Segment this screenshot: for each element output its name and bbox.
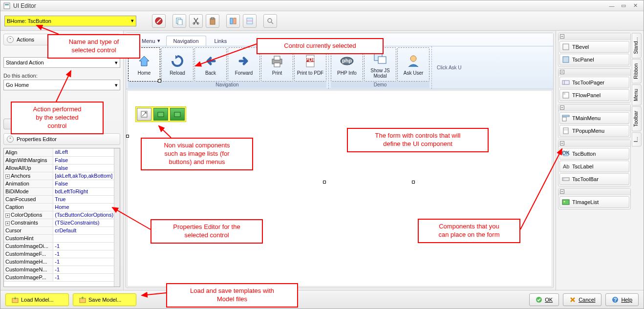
selected-control-combo[interactable]: BHome: TscButton ▾: [4, 16, 136, 26]
property-row[interactable]: CustomImageF...-1: [4, 250, 120, 258]
ribbon: Menu ▾ Navigation Links HomeReloadBackFo…: [126, 33, 553, 89]
tool-b-button[interactable]: [243, 14, 257, 28]
resize-handle[interactable]: [323, 181, 326, 184]
palette-item-tsctoolbar[interactable]: TscToolBar: [559, 173, 629, 185]
ribbon-item-print-to-pdf[interactable]: PDFPrint to PDF: [294, 47, 326, 82]
property-row[interactable]: AlignalLeft ▾: [4, 148, 120, 156]
form-canvas[interactable]: [127, 90, 552, 287]
palette-item-tscpanel[interactable]: TscPanel: [559, 54, 629, 65]
do-action-select[interactable]: Go Home ▾: [3, 80, 120, 90]
property-row[interactable]: CustomImageDi...-1: [4, 242, 120, 250]
save-model-button[interactable]: Save Model...: [73, 293, 136, 306]
palette-tab[interactable]: Stand...: [632, 33, 642, 58]
minus-icon: −: [560, 70, 564, 74]
property-row[interactable]: BiDiModebdLeftToRight: [4, 187, 120, 195]
palette-tab[interactable]: Toolbar: [632, 106, 642, 131]
tool-a-button[interactable]: [226, 14, 240, 28]
property-row[interactable]: CustomImageN...-1: [4, 266, 120, 273]
palette-group-toggle[interactable]: −: [558, 140, 630, 147]
palette-item-tsclabel[interactable]: AbTscLabel: [559, 161, 629, 172]
footer: Load Model... Save Model... OK Cancel ? …: [0, 290, 644, 309]
apply-changes-button[interactable]: Apply Changes: [3, 119, 57, 129]
palette-item-tmainmenu[interactable]: TMainMenu: [559, 112, 629, 124]
resize-handle[interactable]: [126, 135, 129, 138]
palette-group-toggle[interactable]: −: [558, 33, 630, 40]
load-model-button[interactable]: Load Model...: [5, 293, 69, 306]
ribbon-item-caption: PHP Info: [337, 70, 357, 76]
property-row[interactable]: +Anchors[akLeft,akTop,akBottom]: [4, 172, 120, 180]
svg-line-15: [271, 22, 273, 24]
ribbon-item-back[interactable]: Back: [194, 47, 227, 82]
ribbon-item-ask-user[interactable]: Ask User: [397, 47, 429, 82]
expand-icon[interactable]: +: [5, 213, 10, 218]
search-button[interactable]: [263, 14, 277, 28]
property-row[interactable]: AnimationFalse: [4, 180, 120, 187]
property-row[interactable]: CustomImageP...-1: [4, 273, 120, 281]
cancel-button[interactable]: Cancel: [563, 293, 601, 306]
nonvisual-component[interactable]: [153, 108, 168, 121]
expand-icon[interactable]: +: [5, 221, 10, 226]
paste-button[interactable]: [206, 14, 219, 28]
property-row[interactable]: AllowAllUpFalse: [4, 164, 120, 172]
ribbon-item-forward[interactable]: Forward: [228, 47, 260, 82]
ribbon-menu-button[interactable]: Menu ▾: [129, 36, 165, 46]
tab-navigation[interactable]: Navigation: [166, 36, 206, 46]
no-icon-button[interactable]: [152, 14, 166, 28]
svg-rect-18: [274, 56, 280, 60]
palette-tab[interactable]: I...: [632, 132, 642, 146]
action-type-select[interactable]: Standard Action ▾: [3, 57, 120, 68]
modal-icon: [372, 51, 388, 66]
palette-group: −TMainMenuTPopupMenu: [558, 104, 631, 138]
help-button[interactable]: ? Help: [605, 293, 639, 306]
save-label: Save Model...: [88, 297, 121, 303]
cut-button[interactable]: [189, 14, 203, 28]
ribbon-item-home[interactable]: Home: [128, 47, 160, 82]
property-row[interactable]: CustomHint: [4, 234, 120, 242]
property-row[interactable]: CustomImageH...-1: [4, 258, 120, 266]
resize-handle[interactable]: [412, 181, 415, 184]
copy-button[interactable]: [172, 14, 186, 28]
property-row[interactable]: CursorcrDefault: [4, 227, 120, 234]
minimize-button[interactable]: —: [606, 2, 617, 10]
load-label: Load Model...: [21, 297, 54, 303]
component-icon: [562, 91, 570, 99]
palette-item-tflowpanel[interactable]: TFlowPanel: [559, 89, 629, 101]
palette-item-timagelist[interactable]: TImageList: [559, 196, 629, 208]
svg-rect-0: [4, 3, 10, 9]
palette-group-toggle[interactable]: −: [558, 69, 630, 76]
app-icon: [3, 2, 10, 9]
resize-handle[interactable]: [412, 135, 415, 138]
ribbon-item-print[interactable]: Print: [261, 47, 293, 82]
close-button[interactable]: ✕: [630, 2, 641, 10]
expand-icon[interactable]: +: [5, 174, 10, 179]
chevron-down-icon: ▾: [157, 38, 160, 44]
palette-item-tpopupmenu[interactable]: TPopupMenu: [559, 125, 629, 137]
tab-links[interactable]: Links: [207, 36, 235, 46]
ribbon-item-reload[interactable]: Reload: [161, 47, 193, 82]
property-row[interactable]: AlignWithMarginsFalse: [4, 156, 120, 164]
property-row[interactable]: CaptionHome: [4, 203, 120, 211]
property-row[interactable]: +ColorOptions(TscButtonColorOptions): [4, 211, 120, 219]
nonvisual-component[interactable]: [137, 108, 151, 121]
check-icon: [536, 296, 542, 303]
svg-rect-46: [562, 200, 569, 205]
palette-tab[interactable]: Menu: [632, 84, 642, 105]
properties-header[interactable]: ˄ Properties Editor: [3, 133, 120, 145]
palette-group-toggle[interactable]: −: [558, 104, 630, 111]
maximize-button[interactable]: ▭: [618, 2, 629, 10]
palette-item-tbevel[interactable]: TBevel: [559, 41, 629, 53]
property-row[interactable]: +Constraints(TSizeConstraints): [4, 219, 120, 227]
ok-button[interactable]: OK: [529, 293, 559, 306]
actions-header[interactable]: ˄ Actions: [3, 34, 120, 45]
palette-item-tscbutton[interactable]: OKTscButton: [559, 148, 629, 160]
palette-item-tsctoolpager[interactable]: TscToolPager: [559, 77, 629, 88]
palette-item-label: TFlowPanel: [572, 92, 601, 98]
ribbon-item-php-info[interactable]: phpPHP Info: [331, 47, 363, 82]
ribbon-item-show-js-modal[interactable]: Show JS Modal: [364, 47, 396, 82]
properties-grid[interactable]: AlignalLeft ▾AlignWithMarginsFalseAllowA…: [3, 148, 120, 287]
palette-tab[interactable]: Ribbon: [632, 59, 642, 83]
nonvisual-component[interactable]: [170, 108, 185, 121]
palette-group-toggle[interactable]: −: [558, 188, 630, 195]
scrollbar[interactable]: [114, 148, 120, 287]
property-row[interactable]: CanFocusedTrue: [4, 195, 120, 203]
